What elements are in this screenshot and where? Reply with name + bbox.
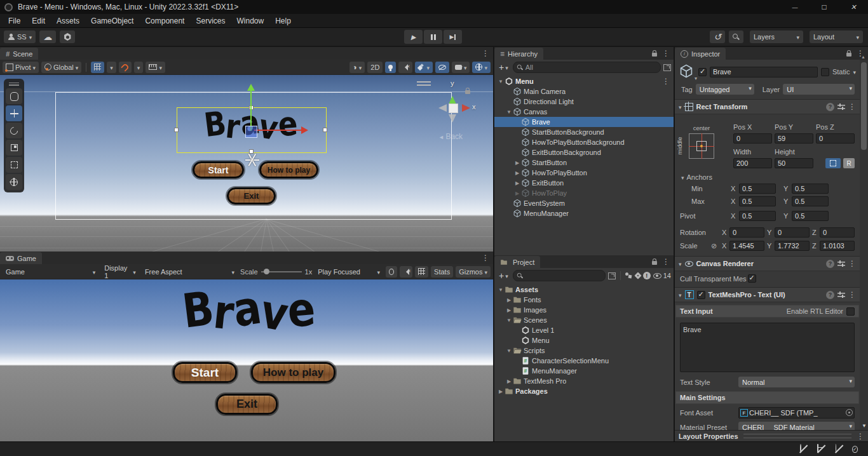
play-button[interactable]: [404, 30, 423, 44]
gizmo-x-arrow-icon[interactable]: [301, 126, 312, 134]
selection-handle-left[interactable]: [174, 128, 179, 132]
project-search-input[interactable]: [513, 270, 606, 281]
lighting-toggle[interactable]: [385, 62, 396, 73]
mute-audio-button[interactable]: [400, 266, 412, 278]
text-input-section[interactable]: Text Input Enable RTL Editor: [675, 305, 859, 318]
kebab-icon[interactable]: [662, 77, 670, 86]
scale-y-field[interactable]: 1.7732: [775, 241, 810, 251]
keyboard-button[interactable]: [415, 266, 428, 278]
anchor-preset-widget[interactable]: [689, 133, 714, 159]
width-field[interactable]: 200: [733, 158, 772, 168]
project-item-fonts[interactable]: ▶Fonts: [494, 295, 674, 305]
static-dropdown-icon[interactable]: [853, 68, 856, 76]
hierarchy-item-eventsystem[interactable]: EventSystem: [494, 198, 674, 208]
disclosure-open-icon[interactable]: ▼: [505, 109, 513, 115]
disclosure-open-icon[interactable]: ▼: [505, 318, 513, 323]
game-how-to-play-button[interactable]: How to play: [251, 362, 336, 383]
hierarchy-item-howtoplay[interactable]: ▶HowToPlay: [494, 188, 674, 198]
object-picker-icon[interactable]: [846, 409, 853, 416]
disclosure-closed-icon[interactable]: ▶: [513, 170, 521, 176]
cull-transparent-mesh-checkbox[interactable]: [748, 274, 756, 283]
component-enabled-checkbox[interactable]: [697, 291, 705, 299]
tag-dropdown[interactable]: Untagged: [696, 84, 754, 95]
menu-file[interactable]: File: [3, 14, 26, 27]
create-asset-button[interactable]: [497, 271, 510, 281]
disclosure-closed-icon[interactable]: ▶: [505, 379, 513, 384]
hierarchy-item-exitbuttonbackground[interactable]: ExitButtonBackground: [494, 147, 674, 158]
version-control-button[interactable]: [60, 30, 75, 43]
blueprint-mode-button[interactable]: [825, 158, 841, 168]
max-x-field[interactable]: 0.5: [739, 196, 776, 206]
help-icon[interactable]: [826, 291, 834, 299]
layout-dropdown[interactable]: Layout: [810, 30, 863, 43]
disclosure-closed-icon[interactable]: ▶: [505, 297, 513, 303]
pos-y-field[interactable]: 59: [775, 133, 813, 144]
minimize-button[interactable]: [780, 0, 810, 14]
snap-toggle[interactable]: [119, 62, 132, 73]
open-in-window-icon[interactable]: [608, 272, 616, 279]
disclosure-open-icon[interactable]: ▼: [497, 79, 505, 84]
min-y-field[interactable]: 0.5: [792, 184, 829, 194]
hierarchy-item-menu[interactable]: ▼Menu: [494, 76, 674, 86]
disclosure-closed-icon[interactable]: ▶: [513, 191, 521, 196]
scale-z-field[interactable]: 1.0103: [820, 241, 855, 251]
tools-handle-icon[interactable]: [6, 81, 22, 87]
draw-mode-dropdown[interactable]: [349, 62, 365, 73]
global-search-button[interactable]: [729, 30, 743, 43]
link-broken-icon[interactable]: [711, 242, 719, 250]
global-toggle[interactable]: Global: [41, 62, 81, 73]
tab-game[interactable]: Game: [0, 252, 42, 264]
overlay-handle-icon[interactable]: [417, 81, 431, 86]
undo-history-button[interactable]: [710, 30, 725, 43]
hierarchy-menu-icon[interactable]: [662, 49, 670, 58]
min-x-field[interactable]: 0.5: [739, 184, 776, 194]
orientation-center[interactable]: [449, 104, 458, 113]
maximize-button[interactable]: [810, 0, 839, 14]
text-input-textarea[interactable]: Brave: [680, 323, 855, 372]
height-field[interactable]: 50: [775, 158, 813, 168]
scene-viewport[interactable]: Brave Start How to play Exit y x: [0, 75, 493, 251]
kebab-icon[interactable]: [848, 290, 856, 299]
project-item-textmesh-pro[interactable]: ▶TextMesh Pro: [494, 376, 674, 386]
disclosure-open-icon[interactable]: ▼: [497, 287, 505, 293]
kebab-icon[interactable]: [848, 102, 856, 111]
tab-project[interactable]: Project: [494, 256, 540, 268]
scrollbar-thumb[interactable]: [861, 62, 867, 150]
gizmos-dropdown[interactable]: Gizmos: [456, 266, 491, 278]
search-by-type-icon[interactable]: [625, 272, 633, 279]
menu-assets[interactable]: Assets: [51, 14, 85, 27]
grid-visibility-dropdown[interactable]: [107, 62, 116, 73]
project-item-characterselectionmenu[interactable]: #CharacterSelectionMenu: [494, 356, 674, 366]
scene-how-to-play-button[interactable]: How to play: [259, 161, 318, 178]
project-item-menumanager[interactable]: #MenuManager: [494, 366, 674, 376]
display-dropdown[interactable]: Display 1: [101, 266, 139, 278]
2d-toggle[interactable]: 2D: [367, 62, 383, 73]
orientation-left-icon[interactable]: [435, 104, 447, 112]
grid-visibility-toggle[interactable]: [91, 62, 104, 73]
disclosure-closed-icon[interactable]: ▶: [497, 389, 505, 394]
scene-menu-icon[interactable]: [482, 49, 489, 58]
kebab-icon[interactable]: [848, 259, 856, 268]
gameobject-icon[interactable]: [679, 64, 695, 80]
hierarchy-item-menumanager[interactable]: MenuManager: [494, 208, 674, 218]
scroll-up-icon[interactable]: ▲: [861, 55, 865, 59]
effects-toggle[interactable]: [415, 62, 433, 73]
account-button[interactable]: SS: [4, 30, 36, 43]
rotate-tool-button[interactable]: [6, 123, 22, 138]
lock-icon[interactable]: [652, 261, 657, 265]
raw-edit-button[interactable]: R: [843, 158, 855, 168]
move-tool-button[interactable]: [6, 105, 22, 121]
lock-icon[interactable]: [652, 53, 657, 57]
project-item-scenes[interactable]: ▼Scenes: [494, 315, 674, 325]
create-object-button[interactable]: [497, 62, 510, 72]
main-settings-section[interactable]: Main Settings: [675, 391, 859, 404]
hierarchy-item-canvas[interactable]: ▼Canvas: [494, 107, 674, 117]
gameobject-name-field[interactable]: Brave: [710, 67, 818, 77]
stats-toggle[interactable]: Stats: [431, 266, 453, 278]
scale-x-field[interactable]: 1.4545: [729, 241, 764, 251]
lock-icon[interactable]: [846, 53, 851, 57]
presets-icon[interactable]: [837, 104, 845, 110]
scene-exit-button[interactable]: Exit: [227, 187, 276, 205]
debugger-disabled-icon[interactable]: [799, 445, 808, 454]
camera-settings-dropdown[interactable]: [452, 62, 470, 73]
